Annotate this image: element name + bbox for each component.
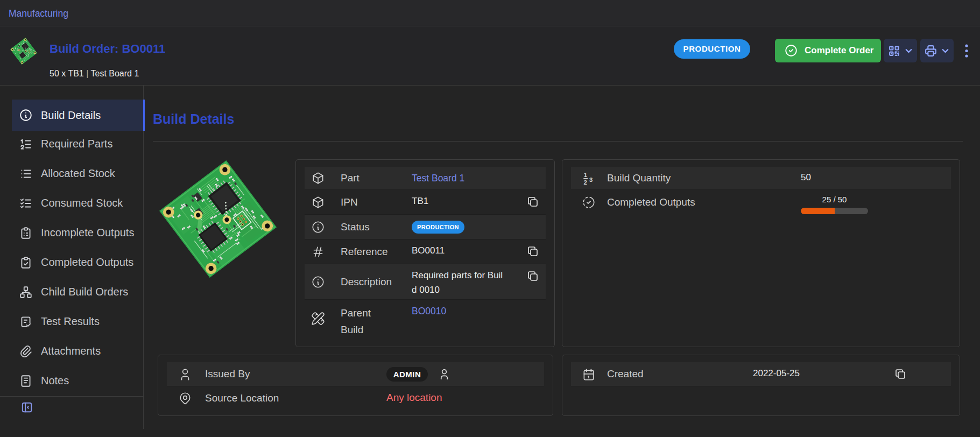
svg-text:1: 1	[584, 172, 587, 178]
svg-text:2: 2	[583, 179, 587, 185]
svg-text:3: 3	[589, 177, 593, 183]
